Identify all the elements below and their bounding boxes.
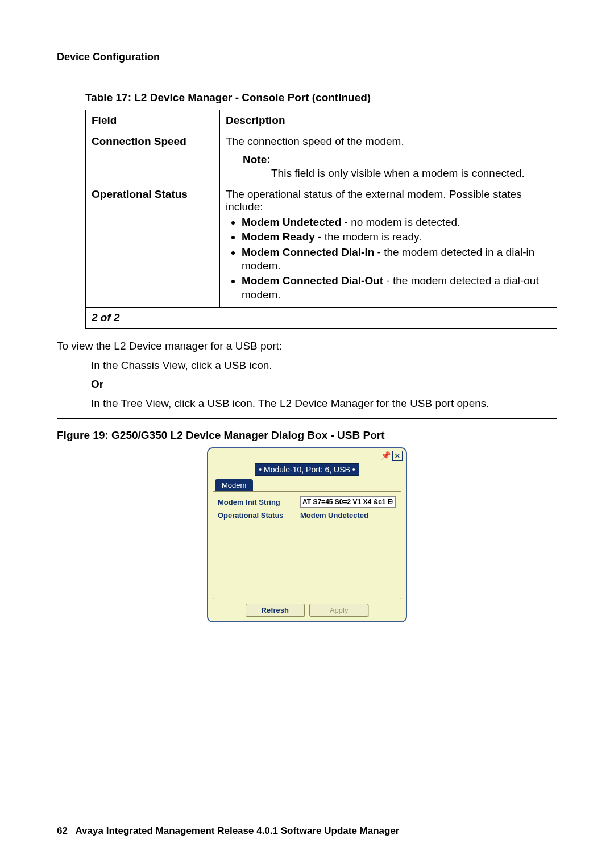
status-list: Modem Undetected - no modem is detected.… [226,215,551,302]
kv-row: Operational Status Modem Undetected [218,511,396,520]
table-caption: Table 17: L2 Device Manager - Console Po… [85,92,557,104]
field-name: Connection Speed [86,131,220,184]
tab-modem[interactable]: Modem [215,479,253,491]
apply-button: Apply [309,604,368,617]
list-item: Modem Ready - the modem is ready. [242,230,551,244]
field-description: The operational status of the external m… [220,184,557,308]
refresh-button[interactable]: Refresh [246,604,305,617]
section-header: Device Configuration [57,51,557,63]
operational-status-value: Modem Undetected [300,511,368,520]
field-name: Operational Status [86,184,220,308]
page-footer: 62 Avaya Integrated Management Release 4… [57,825,399,837]
modem-panel: Modem Init String Operational Status Mod… [213,491,401,599]
dialog-title: • Module-10, Port: 6, USB • [255,463,359,476]
usb-intro: To view the L2 Device manager for a USB … [57,339,557,354]
kv-row: Modem Init String [218,496,396,508]
footer-title: Avaya Integrated Management Release 4.0.… [75,825,399,836]
fields-table: Field Description Connection Speed The c… [85,110,557,329]
figure-caption: Figure 19: G250/G350 L2 Device Manager D… [57,429,557,442]
pin-icon[interactable]: 📌 [381,451,390,460]
modem-init-input[interactable] [300,496,396,508]
list-item: Modem Connected Dial-In - the modem dete… [242,246,551,273]
page-number: 62 [57,825,68,836]
table-pager: 2 of 2 [86,307,557,328]
col-header-description: Description [220,110,557,131]
modem-init-label: Modem Init String [218,498,300,506]
table-row: Connection Speed The connection speed of… [86,131,557,184]
note-block: Note: This field is only visible when a … [243,153,551,180]
list-item: Modem Connected Dial-Out - the modem det… [242,274,551,302]
or-label: Or [91,377,557,392]
close-icon[interactable]: ✕ [392,451,403,461]
table-row: Operational Status The operational statu… [86,184,557,308]
operational-status-label: Operational Status [218,511,300,520]
field-description: The connection speed of the modem. Note:… [220,131,557,184]
desc-intro: The operational status of the external m… [226,188,522,213]
usb-step-1: In the Chassis View, click a USB icon. [91,358,557,373]
usb-step-2: In the Tree View, click a USB icon. The … [91,396,557,411]
figure-rule [57,418,557,419]
note-body: This field is only visible when a modem … [271,167,551,180]
list-item: Modem Undetected - no modem is detected. [242,215,551,229]
desc-intro: The connection speed of the modem. [226,135,404,147]
dialog-box: 📌 ✕ • Module-10, Port: 6, USB • Modem Mo… [207,447,407,622]
note-label: Note: [243,153,551,166]
table-pager-row: 2 of 2 [86,307,557,328]
col-header-field: Field [86,110,220,131]
